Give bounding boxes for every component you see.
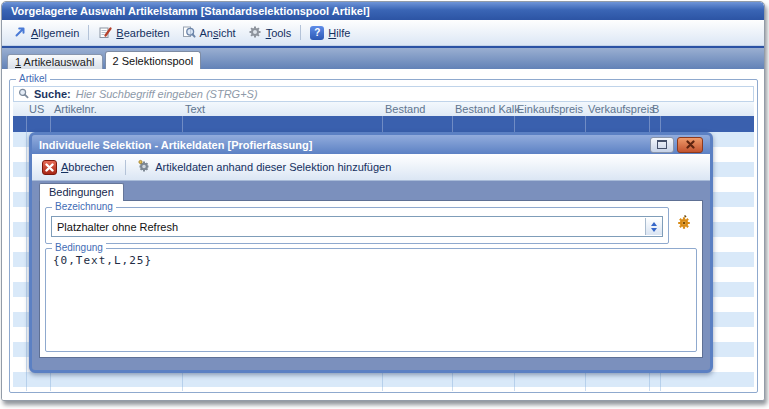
menu-label: Tools [266, 27, 292, 39]
search-placeholder: Hier Suchbegriff eingeben (STRG+S) [76, 88, 258, 100]
combobox-spinner[interactable] [645, 218, 662, 235]
content-area: Artikel Suche: Hier Suchbegriff eingeben… [2, 69, 764, 400]
table-header-row: US Artikelnr. Text Bestand Bestand Kalk.… [13, 102, 754, 116]
column-header-us[interactable]: US [29, 103, 44, 115]
selected-table-row[interactable] [13, 116, 754, 132]
abbrechen-button[interactable]: Abbrechen [40, 158, 116, 177]
dialog-panel: Bezeichnung Platzhalter ohne Refresh [39, 200, 703, 358]
column-header-bestand-kalk[interactable]: Bestand Kalk. [455, 103, 523, 115]
gear-selection-icon [137, 159, 151, 175]
menubar: Allgemein Bearbeiten Ansicht Tools ? Hil… [2, 20, 764, 46]
search-bar[interactable]: Suche: Hier Suchbegriff eingeben (STRG+S… [13, 86, 754, 102]
dialog-titlebar: Individuelle Selektion - Artikeldaten [P… [32, 135, 710, 154]
tabstrip: 1 Artikelauswahl 2 Selektionspool [2, 48, 764, 70]
artikel-group-label: Artikel [16, 73, 50, 84]
add-selection-button[interactable]: Artikeldaten anhand dieser Selektion hin… [135, 157, 393, 177]
tab-selektionspool[interactable]: 2 Selektionspool [105, 51, 202, 70]
bedingung-label: Bedingung [52, 242, 106, 253]
tab-artikelauswahl[interactable]: 1 Artikelauswahl [7, 54, 103, 70]
menu-tools[interactable]: Tools [242, 23, 298, 43]
menu-bearbeiten[interactable]: Bearbeiten [92, 23, 175, 43]
add-selection-label: Artikeldaten anhand dieser Selektion hin… [155, 161, 391, 173]
menu-label: Allgemein [31, 27, 79, 39]
column-header-text[interactable]: Text [185, 103, 205, 115]
edit-icon [98, 25, 112, 41]
window-title: Vorgelagerte Auswahl Artikelstamm [Stand… [11, 5, 370, 17]
abbrechen-label: Abbrechen [61, 161, 114, 173]
menu-label: Ansicht [200, 27, 236, 39]
restore-button[interactable] [650, 137, 674, 153]
selection-dialog: Individuelle Selektion - Artikeldaten [P… [29, 132, 713, 373]
chevron-down-icon [651, 228, 657, 232]
column-header-b[interactable]: B [652, 103, 659, 115]
search-label: Suche: [34, 88, 71, 100]
dialog-title: Individuelle Selektion - Artikeldaten [P… [39, 139, 312, 151]
close-button[interactable] [677, 137, 703, 153]
dialog-toolbar: Abbrechen Artikeldaten anhand dieser Sel… [32, 154, 710, 181]
column-header-artikelnr[interactable]: Artikelnr. [54, 103, 97, 115]
column-header-verkaufspreis[interactable]: Verkaufspreis [588, 103, 655, 115]
cancel-x-icon [42, 160, 57, 175]
menu-label: Hilfe [328, 27, 350, 39]
bedingung-textarea[interactable]: {0,Text,L,25} [53, 254, 152, 267]
app-window: Vorgelagerte Auswahl Artikelstamm [Stand… [1, 1, 765, 401]
bezeichnung-combobox[interactable]: Platzhalter ohne Refresh [51, 216, 663, 237]
bezeichnung-groupbox: Bezeichnung Platzhalter ohne Refresh [45, 207, 669, 244]
dialog-body: Bedingungen Bezeichnung Platzhalter ohne… [32, 181, 710, 364]
bedingung-groupbox: Bedingung {0,Text,L,25} [45, 248, 697, 352]
tab-bedingungen[interactable]: Bedingungen [39, 183, 124, 201]
close-icon [686, 140, 695, 149]
menu-separator [300, 25, 301, 40]
search-icon [18, 88, 29, 101]
restore-icon [657, 140, 667, 149]
magnifier-doc-icon [182, 25, 196, 41]
menu-ansicht[interactable]: Ansicht [176, 23, 242, 43]
bezeichnung-label: Bezeichnung [52, 201, 116, 212]
combobox-value: Platzhalter ohne Refresh [57, 221, 178, 233]
arrow-up-right-icon [14, 25, 27, 40]
window-titlebar: Vorgelagerte Auswahl Artikelstamm [Stand… [2, 2, 764, 20]
chevron-up-icon [651, 222, 657, 226]
column-header-einkaufspreis[interactable]: Einkaufspreis [517, 103, 583, 115]
screen: Vorgelagerte Auswahl Artikelstamm [Stand… [0, 0, 769, 409]
column-header-bestand[interactable]: Bestand [385, 103, 425, 115]
help-icon: ? [310, 26, 324, 40]
menu-separator [88, 25, 89, 40]
menu-allgemein[interactable]: Allgemein [8, 23, 85, 42]
toolbar-separator [125, 160, 126, 175]
run-gear-icon[interactable] [676, 214, 692, 230]
menu-label: Bearbeiten [116, 27, 169, 39]
menu-hilfe[interactable]: ? Hilfe [304, 24, 356, 42]
gear-icon [248, 25, 262, 41]
